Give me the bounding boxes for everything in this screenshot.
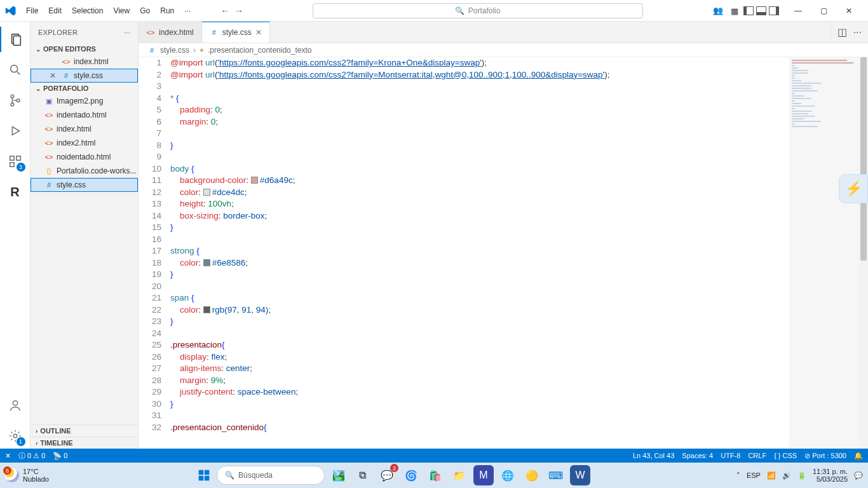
html-file-icon: <> xyxy=(146,28,155,37)
status-notifications-icon[interactable]: 🔔 xyxy=(854,452,863,460)
close-icon[interactable]: ✕ xyxy=(255,28,262,37)
section-timeline[interactable]: ›TIMELINE xyxy=(31,437,138,449)
activity-source-control-icon[interactable] xyxy=(0,88,31,113)
activity-debug-icon[interactable] xyxy=(0,118,31,144)
layout-panel-icon[interactable] xyxy=(756,6,766,15)
menu-view[interactable]: View xyxy=(109,3,134,19)
settings-badge: 1 xyxy=(17,437,25,446)
menu-file[interactable]: File xyxy=(22,3,43,19)
section-outline[interactable]: ›OUTLINE xyxy=(31,425,138,437)
status-live-server[interactable]: ⊘ Port : 5300 xyxy=(804,452,846,460)
search-icon: 🔍 xyxy=(455,6,465,15)
open-editor-row[interactable]: ✕ <> index.html xyxy=(31,55,138,69)
svg-rect-10 xyxy=(16,156,20,160)
explorer-title: EXPLORER xyxy=(38,29,78,36)
file-row[interactable]: <>indentado.html xyxy=(31,108,138,122)
command-center-search[interactable]: 🔍 Portafolio xyxy=(313,3,643,18)
taskbar-copilot-icon[interactable]: 🌀 xyxy=(401,465,421,485)
layout-controls: ▦ xyxy=(731,6,779,15)
vertical-scrollbar[interactable] xyxy=(859,57,868,449)
status-indentation[interactable]: Spaces: 4 xyxy=(682,452,713,459)
window-minimize[interactable]: — xyxy=(785,0,811,22)
svg-rect-13 xyxy=(199,470,204,475)
minimap[interactable] xyxy=(789,57,859,449)
copilot-float-icon[interactable]: ⚡ xyxy=(839,174,868,203)
taskbar-word-icon[interactable]: W xyxy=(570,465,590,485)
tray-expand-icon[interactable]: ˄ xyxy=(736,471,740,480)
tray-language[interactable]: ESP xyxy=(747,471,761,479)
activity-search-icon[interactable] xyxy=(0,57,31,83)
taskbar-teams-icon[interactable]: 💬 xyxy=(377,465,397,485)
nav-back-icon[interactable]: ← xyxy=(220,6,229,16)
editor-tab[interactable]: <> index.html xyxy=(139,22,202,43)
status-encoding[interactable]: UTF-8 xyxy=(721,452,740,459)
activity-r-icon[interactable]: R xyxy=(0,179,31,205)
tray-notifications-icon[interactable]: 💬 xyxy=(854,471,863,480)
file-row[interactable]: {}Portafolio.code-works... xyxy=(31,164,138,178)
menu-selection[interactable]: Selection xyxy=(67,3,107,19)
status-eol[interactable]: CRLF xyxy=(748,452,766,459)
nav-forward-icon[interactable]: → xyxy=(234,6,243,16)
split-editor-icon[interactable]: ◫ xyxy=(837,26,847,38)
copilot-icon[interactable]: 👥 xyxy=(712,4,724,17)
status-cursor-position[interactable]: Ln 43, Col 43 xyxy=(633,452,674,459)
open-editors-list: ✕ <> index.html ✕ # style.css xyxy=(31,55,138,83)
file-row[interactable]: <>index.html xyxy=(31,122,138,136)
open-editor-row[interactable]: ✕ # style.css xyxy=(31,69,138,83)
code-content[interactable]: @import url('https://fonts.googleapis.co… xyxy=(170,57,868,449)
taskbar-app-icon[interactable]: M xyxy=(473,465,494,485)
window-close[interactable]: ✕ xyxy=(836,0,862,22)
layout-customize-icon[interactable]: ▦ xyxy=(731,6,741,15)
taskbar-weather[interactable]: 8 17°CNublado xyxy=(5,468,49,483)
window-maximize[interactable]: ▢ xyxy=(811,0,836,22)
tray-clock[interactable]: 11:31 p. m.5/03/2025 xyxy=(813,468,848,483)
section-folder[interactable]: ⌄PORTAFOLIO xyxy=(31,83,138,94)
explorer-more-icon[interactable]: ··· xyxy=(124,29,130,36)
menu-run[interactable]: Run xyxy=(156,3,179,19)
window-controls: — ▢ ✕ xyxy=(785,0,862,22)
search-text: Portafolio xyxy=(468,6,501,15)
taskbar-taskview-icon[interactable]: ⧉ xyxy=(353,465,373,485)
section-open-editors[interactable]: ⌄OPEN EDITORS xyxy=(31,43,138,55)
menu-go[interactable]: Go xyxy=(135,3,154,19)
scrollbar-thumb[interactable] xyxy=(860,57,867,261)
activity-settings-icon[interactable]: 1 xyxy=(0,423,31,449)
editor-tab[interactable]: # style.css ✕ xyxy=(202,22,270,43)
file-row[interactable]: <>noidentado.html xyxy=(31,150,138,164)
svg-marker-7 xyxy=(12,127,19,135)
extensions-badge: 3 xyxy=(17,163,25,172)
sidebar-explorer: EXPLORER ··· ⌄OPEN EDITORS ✕ <> index.ht… xyxy=(31,22,139,449)
code-editor[interactable]: 1234567891011121314151617181920212223242… xyxy=(139,57,868,449)
layout-sidebar-left-icon[interactable] xyxy=(743,6,754,15)
close-icon[interactable]: ✕ xyxy=(50,71,58,80)
menu-edit[interactable]: Edit xyxy=(44,3,66,19)
status-language[interactable]: { } CSS xyxy=(774,452,797,459)
file-row[interactable]: ▣Imagem2.png xyxy=(31,94,138,108)
chevron-right-icon: › xyxy=(36,440,37,447)
more-actions-icon[interactable]: ··· xyxy=(853,27,862,38)
taskbar-vscode-icon[interactable]: ⌨ xyxy=(546,465,566,485)
taskbar-search[interactable]: 🔍Búsqueda xyxy=(217,466,325,485)
taskbar-explorer-icon[interactable]: 📁 xyxy=(449,465,470,485)
activity-explorer-icon[interactable] xyxy=(0,27,31,52)
tray-volume-icon[interactable]: 🔊 xyxy=(782,471,791,480)
tray-battery-icon[interactable]: 🔋 xyxy=(797,471,806,480)
taskbar-store-icon[interactable]: 🛍️ xyxy=(425,465,445,485)
breadcrumb-symbol: .presentacion_contenido_texto xyxy=(208,46,311,55)
status-remote-icon[interactable]: ✕ xyxy=(5,452,11,460)
layout-sidebar-right-icon[interactable] xyxy=(769,6,779,15)
file-row[interactable]: #style.css xyxy=(31,178,138,192)
taskbar-edge-icon[interactable]: 🌐 xyxy=(498,465,518,485)
file-row[interactable]: <>index2.html xyxy=(31,136,138,150)
taskbar-widgets-icon[interactable]: 🏞️ xyxy=(329,465,349,485)
vscode-logo-icon xyxy=(0,5,22,17)
breadcrumb[interactable]: # style.css › ⌖ .presentacion_contenido_… xyxy=(139,43,868,57)
status-ports[interactable]: 📡 0 xyxy=(53,452,67,460)
menu-more[interactable]: ··· xyxy=(180,3,195,19)
activity-extensions-icon[interactable]: 3 xyxy=(0,149,31,174)
tray-wifi-icon[interactable]: 📶 xyxy=(767,471,776,480)
activity-account-icon[interactable] xyxy=(0,393,31,418)
start-button[interactable] xyxy=(195,466,213,484)
status-problems[interactable]: ⓘ 0 ⚠ 0 xyxy=(18,451,45,461)
taskbar-chrome-icon[interactable]: 🟡 xyxy=(522,465,542,485)
